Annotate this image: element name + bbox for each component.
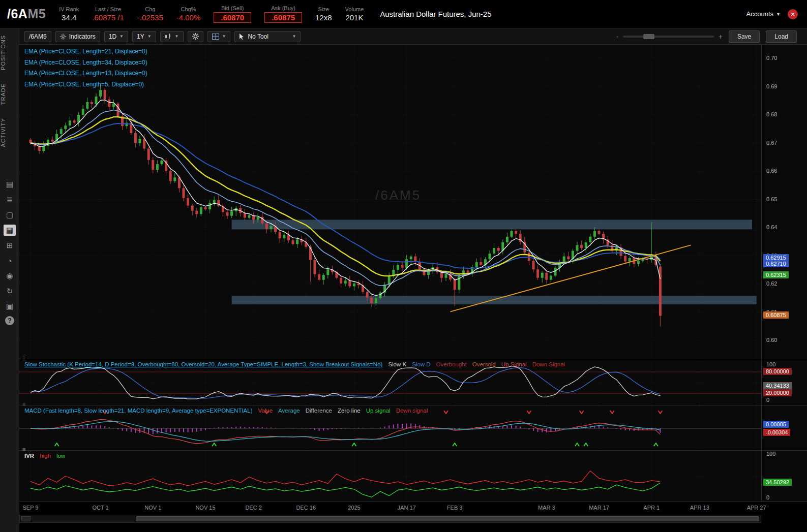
stochastic-panel[interactable]: Slow Stochastic (K Period=14, D Period=9…: [19, 360, 761, 405]
time-axis-label: NOV 1: [144, 505, 161, 511]
help-icon[interactable]: ?: [5, 316, 14, 325]
scrollbar-handle[interactable]: [136, 516, 759, 521]
chart-settings-button[interactable]: [188, 31, 203, 42]
macd-legend: MACD (Fast length=8, Slow length=21, MAC…: [24, 408, 428, 414]
support-resistance-zone[interactable]: [232, 296, 757, 304]
axis-tick-label: 0: [766, 494, 769, 500]
zoom-control: - +: [616, 33, 723, 41]
sidebar-tab-activity[interactable]: ACTIVITY: [0, 111, 19, 154]
charts-icon[interactable]: ▦: [4, 225, 16, 236]
down-signal-legend-item: Down signal: [396, 408, 428, 414]
zoom-slider-handle[interactable]: [643, 34, 654, 39]
panel-separator[interactable]: ≡: [19, 405, 807, 405]
time-axis-label: DEC 16: [296, 505, 316, 511]
ema-21-label: EMA (Price=CLOSE, Length=21, Displace=0): [24, 46, 147, 57]
ask-button[interactable]: .60875: [264, 12, 302, 23]
indicators-flask-icon: [60, 34, 66, 40]
ivr-panel[interactable]: IVRhighlow: [19, 451, 761, 501]
gear-icon: [192, 33, 199, 40]
sidebar-tab-trade[interactable]: TRADE: [0, 77, 19, 111]
header-field-chg-pct: Chg% -4.00%: [176, 6, 201, 22]
symbol-input[interactable]: /6AM5: [24, 31, 51, 42]
scrollbar-left-button[interactable]: [21, 516, 31, 521]
chart-style-dropdown[interactable]: ▼: [160, 31, 184, 42]
drawing-tool-dropdown[interactable]: No Tool ▼: [234, 31, 301, 42]
sidebar-tab-positions[interactable]: POSITIONS: [0, 28, 19, 77]
indicators-button[interactable]: Indicators: [55, 31, 100, 42]
axis-value-box: 20.00000: [763, 389, 792, 396]
monitor-icon[interactable]: ▤: [4, 179, 16, 190]
ivr-canvas[interactable]: [19, 451, 761, 501]
image-icon[interactable]: ▣: [4, 301, 16, 312]
chart-watermark: /6AM5: [375, 187, 421, 203]
header-field-iv-rank: IV Rank 34.4: [59, 6, 79, 22]
axis-value-box: 34.50292: [763, 479, 792, 486]
zoom-slider[interactable]: [623, 36, 714, 38]
close-icon[interactable]: ×: [788, 9, 798, 19]
layout-grid-dropdown[interactable]: ▼: [207, 31, 231, 42]
clock-icon[interactable]: ◔: [4, 255, 16, 266]
zero-line-legend-item: Zero line: [338, 408, 361, 414]
stochastic-legend: Slow Stochastic (K Period=14, D Period=9…: [24, 361, 565, 367]
tv-icon[interactable]: ▢: [4, 209, 16, 221]
header-field-chg: Chg -.02535: [137, 6, 163, 22]
axis-tick-label: 0.69: [766, 83, 777, 89]
left-sidebar: POSITIONS TRADE ACTIVITY ▤≣▢▦⊞◔◉↻▣?: [0, 28, 19, 532]
chevron-down-icon: ▼: [147, 34, 152, 39]
up-signal-legend-item: Up signal: [366, 408, 391, 414]
price-axis[interactable]: 0.700.690.680.670.660.650.640.630.620.61…: [761, 45, 807, 502]
time-axis-label: APR 13: [690, 505, 709, 511]
slow-d-legend-item: Slow D: [412, 361, 430, 367]
chevron-down-icon: ▼: [119, 34, 124, 39]
axis-tick-label: 0.60: [766, 337, 777, 343]
time-axis-label: DEC 2: [245, 505, 261, 511]
axis-tick-label: 0.67: [766, 140, 777, 146]
chart-toolbar: /6AM5 Indicators 1D ▼ 1Y ▼ ▼ ▼ No Tool ▼…: [19, 28, 807, 45]
header-field-ask: Ask (Buy) .60875: [264, 5, 302, 23]
load-button[interactable]: Load: [766, 30, 797, 43]
cursor-pointer-icon: [239, 34, 244, 40]
main-price-chart[interactable]: /6AM5 EMA (Price=CLOSE, Length=21, Displ…: [19, 45, 761, 359]
symbol-root: /6A: [7, 7, 27, 21]
oversold-legend-item: Oversold: [472, 361, 496, 367]
macd-panel[interactable]: MACD (Fast length=8, Slow length=21, MAC…: [19, 406, 761, 450]
zoom-in-button[interactable]: +: [719, 33, 723, 41]
bid-button[interactable]: .60870: [214, 12, 251, 23]
save-button[interactable]: Save: [729, 30, 760, 43]
chevron-down-icon: ▼: [175, 34, 179, 39]
range-dropdown[interactable]: 1Y ▼: [132, 31, 156, 42]
grid-icon[interactable]: ⊞: [4, 240, 16, 251]
overbought-legend-item: Overbought: [436, 361, 467, 367]
header-field-size: Size 12x8: [315, 6, 332, 22]
resize-grip-icon[interactable]: ≡: [22, 355, 25, 361]
zoom-out-button[interactable]: -: [616, 33, 619, 41]
time-axis-label: OCT 1: [92, 505, 108, 511]
chart-scrollbar[interactable]: [19, 515, 761, 523]
time-axis-label: APR 27: [747, 505, 766, 511]
time-axis-label: FEB 3: [447, 505, 463, 511]
time-axis-label: MAR 17: [589, 505, 609, 511]
price-chart-canvas[interactable]: /6AM5: [19, 45, 761, 359]
header-field-last-size: Last / Size .60875 /1: [92, 6, 124, 22]
axis-value-box: -0.00304: [763, 429, 790, 436]
chevron-down-icon: ▼: [292, 34, 296, 39]
axis-value-box: 80.00000: [763, 368, 792, 375]
people-icon[interactable]: ◉: [4, 270, 16, 281]
axis-tick-label: 0.64: [766, 224, 777, 230]
grid-layout-icon: [212, 34, 219, 40]
watchlist-icon[interactable]: ≣: [4, 194, 16, 205]
resize-grip-icon[interactable]: ≡: [22, 446, 25, 452]
app-header: /6AM5 IV Rank 34.4 Last / Size .60875 /1…: [0, 0, 807, 28]
ema-13-label: EMA (Price=CLOSE, Length=13, Displace=0): [24, 68, 147, 79]
candlestick-style-icon: [165, 34, 172, 40]
difference-legend-item: Difference: [306, 408, 332, 414]
panel-separator[interactable]: ≡: [19, 359, 807, 359]
refresh-icon[interactable]: ↻: [4, 286, 16, 297]
panel-separator[interactable]: ≡: [19, 450, 807, 451]
accounts-dropdown[interactable]: Accounts ▼: [746, 10, 781, 18]
sidebar-icon-strip: ▤≣▢▦⊞◔◉↻▣?: [0, 179, 19, 325]
chevron-down-icon: ▼: [222, 34, 226, 39]
resize-grip-icon[interactable]: ≡: [22, 401, 25, 407]
timeframe-dropdown[interactable]: 1D ▼: [104, 31, 128, 42]
axis-tick-label: 0: [766, 397, 769, 403]
